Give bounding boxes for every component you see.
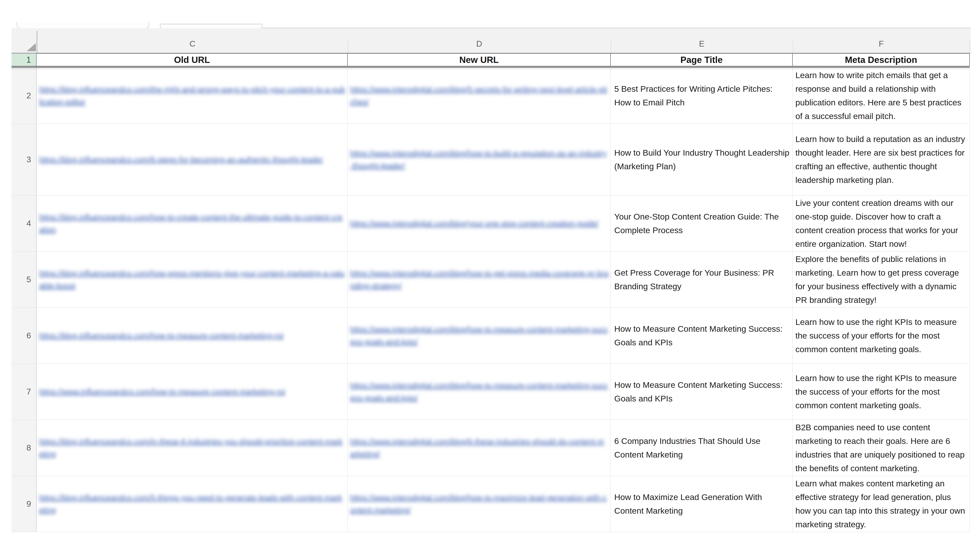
row-header-3[interactable]: 3: [12, 124, 37, 195]
cell-old-url[interactable]: https://blog.influenceandco.com/5-things…: [37, 476, 348, 532]
column-separator: [793, 40, 793, 53]
cell-meta-description[interactable]: Explore the benefits of public relations…: [793, 252, 970, 307]
column-header-e[interactable]: E: [611, 36, 793, 52]
cell-old-url[interactable]: https://blog.influenceandco.com/6-steps-…: [37, 124, 348, 195]
row-header-1[interactable]: 1: [12, 53, 37, 66]
column-separator: [611, 40, 611, 53]
blurred-hyperlink: https://www.interodigital.com/blog/how-t…: [350, 379, 609, 404]
meta-description-text: Learn how to use the right KPIs to measu…: [795, 371, 968, 412]
page-title-text: How to Measure Content Marketing Success…: [614, 378, 790, 405]
page-title-text: How to Build Your Industry Thought Leade…: [614, 146, 790, 173]
meta-description-text: Learn how to use the right KPIs to measu…: [795, 315, 968, 356]
page-title-text: Get Press Coverage for Your Business: PR…: [614, 266, 790, 293]
cell-page-title[interactable]: How to Build Your Industry Thought Leade…: [611, 124, 793, 195]
cell-page-title[interactable]: 6 Company Industries That Should Use Con…: [611, 420, 793, 476]
blurred-hyperlink: https://www.interodigital.com/blog/how-t…: [350, 323, 609, 348]
row-header-7[interactable]: 7: [12, 364, 37, 420]
table-row: 2 https://blog.influenceandco.com/the-ri…: [12, 68, 970, 124]
sheet-grid: 1 Old URL New URL Page Title Meta Descri…: [12, 53, 970, 532]
cell-meta-description[interactable]: Learn how to write pitch emails that get…: [793, 68, 970, 123]
blurred-hyperlink: https://blog.influenceandco.com/6-steps-…: [39, 153, 345, 166]
column-separator: [348, 40, 348, 53]
cell-page-title[interactable]: Get Press Coverage for Your Business: PR…: [611, 252, 793, 307]
cell-new-url[interactable]: https://www.interodigital.com/blog/your-…: [348, 195, 611, 251]
page-title-text: 6 Company Industries That Should Use Con…: [614, 434, 790, 462]
page-title-text: How to Measure Content Marketing Success…: [614, 322, 790, 349]
header-cell-new-url[interactable]: New URL: [348, 53, 611, 66]
cell-new-url[interactable]: https://www.interodigital.com/blog/how-t…: [348, 124, 611, 195]
blurred-hyperlink: https://www.influenceandco.com/how-to-me…: [39, 385, 345, 398]
cell-new-url[interactable]: https://www.interodigital.com/blog/5-sec…: [348, 68, 611, 123]
column-separator: [969, 40, 970, 53]
table-row: 6 https://blog.influenceandco.com/how-to…: [12, 308, 970, 364]
table-row: 3 https://blog.influenceandco.com/6-step…: [12, 124, 970, 195]
blurred-hyperlink: https://blog.influenceandco.com/how-to-c…: [39, 211, 345, 236]
blurred-hyperlink: https://blog.influenceandco.com/5-things…: [39, 492, 345, 517]
meta-description-text: Learn what makes content marketing an ef…: [795, 477, 968, 531]
select-all-triangle-icon[interactable]: [27, 43, 36, 51]
table-row: 5 https://blog.influenceandco.com/how-pr…: [12, 252, 970, 308]
cell-page-title[interactable]: How to Measure Content Marketing Success…: [611, 364, 793, 420]
header-cell-meta-description[interactable]: Meta Description: [793, 53, 970, 66]
meta-description-text: Live your content creation dreams with o…: [795, 196, 968, 251]
page-title-text: How to Maximize Lead Generation With Con…: [614, 490, 790, 518]
blurred-hyperlink: https://www.interodigital.com/blog/how-t…: [350, 267, 609, 292]
page-title-text: Your One-Stop Content Creation Guide: Th…: [614, 210, 790, 237]
cell-page-title[interactable]: Your One-Stop Content Creation Guide: Th…: [611, 195, 793, 251]
blurred-hyperlink: https://www.interodigital.com/blog/6-the…: [350, 435, 609, 460]
row-header-4[interactable]: 4: [12, 195, 37, 251]
cell-old-url[interactable]: https://blog.influenceandco.com/the-righ…: [37, 68, 348, 123]
cell-meta-description[interactable]: Learn what makes content marketing an ef…: [793, 476, 970, 532]
column-header-c[interactable]: C: [37, 36, 348, 52]
cell-page-title[interactable]: 5 Best Practices for Writing Article Pit…: [611, 68, 793, 123]
cell-meta-description[interactable]: Learn how to use the right KPIs to measu…: [793, 308, 970, 363]
column-header-d[interactable]: D: [348, 36, 611, 52]
row-header-5[interactable]: 5: [12, 252, 37, 307]
cell-meta-description[interactable]: B2B companies need to use content market…: [793, 420, 970, 476]
table-row: 4 https://blog.influenceandco.com/how-to…: [12, 195, 970, 252]
cell-new-url[interactable]: https://www.interodigital.com/blog/how-t…: [348, 308, 611, 363]
blurred-hyperlink: https://www.interodigital.com/blog/your-…: [350, 217, 609, 230]
blurred-hyperlink: https://blog.influenceandco.com/how-pres…: [39, 267, 345, 292]
blurred-hyperlink: https://blog.influenceandco.com/how-to-m…: [39, 329, 345, 342]
cell-old-url[interactable]: https://blog.influenceandco.com/how-to-m…: [37, 308, 348, 363]
freeze-pane-divider[interactable]: [12, 66, 970, 68]
cell-old-url[interactable]: https://www.influenceandco.com/how-to-me…: [37, 364, 348, 420]
cell-page-title[interactable]: How to Measure Content Marketing Success…: [611, 308, 793, 363]
meta-description-text: B2B companies need to use content market…: [795, 420, 968, 475]
cell-page-title[interactable]: How to Maximize Lead Generation With Con…: [611, 476, 793, 532]
cell-new-url[interactable]: https://www.interodigital.com/blog/6-the…: [348, 420, 611, 476]
table-row: 7 https://www.influenceandco.com/how-to-…: [12, 364, 970, 420]
header-cell-page-title[interactable]: Page Title: [611, 53, 793, 66]
meta-description-text: Learn how to build a reputation as an in…: [795, 132, 968, 187]
header-cell-old-url[interactable]: Old URL: [37, 53, 348, 66]
table-row: 8 https://blog.influenceandco.com/in-the…: [12, 420, 970, 476]
row-header-9[interactable]: 9: [12, 476, 37, 532]
browser-tab-remnant-1[interactable]: [17, 22, 149, 29]
cell-meta-description[interactable]: Learn how to use the right KPIs to measu…: [793, 364, 970, 420]
cell-old-url[interactable]: https://blog.influenceandco.com/how-pres…: [37, 252, 348, 307]
meta-description-text: Explore the benefits of public relations…: [795, 252, 968, 307]
table-row: 9 https://blog.influenceandco.com/5-thin…: [12, 476, 970, 532]
blurred-hyperlink: https://blog.influenceandco.com/the-righ…: [39, 83, 345, 108]
meta-description-text: Learn how to write pitch emails that get…: [795, 68, 968, 123]
cell-new-url[interactable]: https://www.interodigital.com/blog/how-t…: [348, 476, 611, 532]
blurred-hyperlink: https://www.interodigital.com/blog/how-t…: [350, 492, 609, 517]
row-header-6[interactable]: 6: [12, 308, 37, 363]
cell-meta-description[interactable]: Live your content creation dreams with o…: [793, 195, 970, 251]
blurred-hyperlink: https://blog.influenceandco.com/in-these…: [39, 435, 345, 460]
column-header-f[interactable]: F: [793, 36, 970, 52]
cell-new-url[interactable]: https://www.interodigital.com/blog/how-t…: [348, 364, 611, 420]
page-title-text: 5 Best Practices for Writing Article Pit…: [614, 82, 790, 109]
cell-meta-description[interactable]: Learn how to build a reputation as an in…: [793, 124, 970, 195]
cell-old-url[interactable]: https://blog.influenceandco.com/how-to-c…: [37, 195, 348, 251]
row-header-8[interactable]: 8: [12, 420, 37, 476]
blurred-hyperlink: https://www.interodigital.com/blog/how-t…: [350, 147, 609, 172]
cell-new-url[interactable]: https://www.interodigital.com/blog/how-t…: [348, 252, 611, 307]
column-header-panel: C D E F: [12, 28, 971, 53]
blurred-hyperlink: https://www.interodigital.com/blog/5-sec…: [350, 83, 609, 108]
table-header-row: 1 Old URL New URL Page Title Meta Descri…: [12, 53, 970, 66]
row-header-2[interactable]: 2: [12, 68, 37, 123]
cell-old-url[interactable]: https://blog.influenceandco.com/in-these…: [37, 420, 348, 476]
